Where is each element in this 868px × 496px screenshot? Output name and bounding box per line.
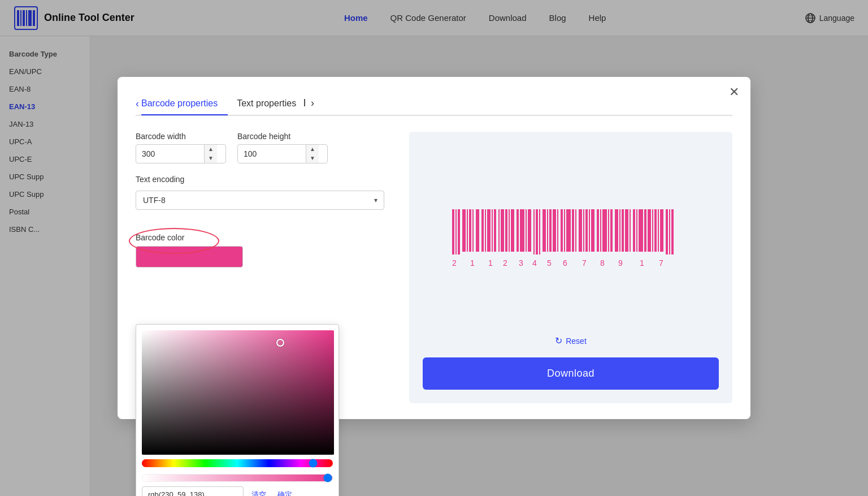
svg-rect-19	[476, 209, 479, 252]
tab-back-button[interactable]: ‹	[136, 98, 139, 110]
svg-text:2: 2	[452, 258, 457, 268]
dimensions-row: Barcode width ▲ ▼ Barcode height	[136, 132, 396, 163]
svg-rect-31	[520, 209, 524, 252]
svg-rect-48	[583, 209, 584, 252]
svg-rect-65	[644, 209, 646, 252]
svg-rect-22	[487, 209, 491, 252]
barcode-width-label: Barcode width	[136, 132, 226, 141]
barcode-svg-wrapper: 2 1 1 2 3 4 5 6 7 8 9 1	[446, 209, 695, 271]
svg-rect-52	[597, 209, 599, 252]
encoding-select[interactable]: UTF-8 ISO-8859-1 ASCII	[136, 191, 384, 210]
svg-rect-23	[492, 209, 493, 252]
svg-rect-47	[579, 209, 582, 252]
svg-rect-56	[610, 209, 613, 252]
width-increment[interactable]: ▲	[205, 145, 217, 154]
svg-rect-29	[511, 209, 514, 252]
encoding-select-wrapper: UTF-8 ISO-8859-1 ASCII ▾	[136, 191, 384, 210]
tab-barcode-properties[interactable]: Barcode properties	[141, 94, 228, 114]
svg-rect-21	[485, 209, 486, 252]
svg-rect-53	[600, 209, 601, 252]
svg-rect-58	[619, 209, 620, 252]
svg-rect-70	[660, 209, 663, 252]
tab-text-properties[interactable]: Text properties I ›	[237, 93, 324, 115]
modal-tabs: ‹ Barcode properties Text properties I ›	[136, 93, 732, 116]
height-increment[interactable]: ▲	[306, 145, 319, 154]
color-picker-popup: 清空 确定	[136, 324, 339, 496]
svg-rect-18	[472, 209, 474, 252]
svg-rect-28	[509, 209, 510, 252]
width-group: Barcode width ▲ ▼	[136, 132, 226, 163]
svg-text:3: 3	[519, 258, 523, 268]
svg-rect-63	[636, 209, 637, 252]
close-button[interactable]: ✕	[729, 86, 739, 98]
barcode-height-input-wrapper: ▲ ▼	[237, 144, 328, 163]
svg-text:1: 1	[488, 258, 493, 268]
barcode-preview-area: 2 1 1 2 3 4 5 6 7 8 9 1	[423, 150, 719, 331]
opacity-slider[interactable]	[142, 474, 333, 482]
svg-rect-32	[526, 209, 527, 252]
svg-rect-46	[575, 209, 576, 252]
barcode-color-label: Barcode color	[136, 233, 184, 242]
height-group: Barcode height ▲ ▼	[237, 132, 328, 163]
svg-rect-69	[658, 209, 659, 252]
svg-rect-40	[553, 209, 556, 252]
color-clear-button[interactable]: 清空	[248, 488, 270, 497]
svg-rect-71	[666, 209, 668, 255]
barcode-width-input-wrapper: ▲ ▼	[136, 144, 226, 163]
width-decrement[interactable]: ▼	[205, 154, 217, 163]
svg-rect-61	[630, 209, 631, 252]
tab-next-button[interactable]: ›	[311, 97, 314, 109]
svg-rect-72	[669, 209, 670, 255]
svg-rect-37	[542, 209, 546, 252]
width-spinner: ▲ ▼	[204, 145, 217, 163]
barcode-preview-svg: 2 1 1 2 3 4 5 6 7 8 9 1	[446, 209, 695, 271]
svg-rect-12	[452, 209, 454, 255]
svg-rect-51	[591, 209, 594, 252]
svg-rect-14	[458, 209, 460, 255]
svg-rect-64	[639, 209, 643, 252]
svg-rect-42	[561, 209, 563, 252]
barcode-height-input[interactable]	[238, 146, 306, 162]
reset-icon: ↻	[555, 335, 562, 346]
color-gradient-area[interactable]	[142, 330, 334, 455]
encoding-label: Text encoding	[136, 175, 396, 184]
barcode-width-input[interactable]	[136, 146, 204, 162]
color-text-input[interactable]	[142, 486, 244, 496]
height-decrement[interactable]: ▼	[306, 154, 319, 163]
svg-rect-17	[469, 209, 471, 252]
color-group: Barcode color	[136, 232, 396, 268]
svg-rect-13	[455, 209, 457, 255]
svg-rect-33	[528, 209, 531, 252]
modal-body: Barcode width ▲ ▼ Barcode height	[136, 132, 732, 403]
color-label-wrapper: Barcode color	[136, 232, 396, 243]
barcode-height-label: Barcode height	[237, 132, 328, 141]
svg-rect-57	[615, 209, 618, 252]
hue-slider[interactable]	[142, 459, 333, 467]
svg-rect-55	[608, 209, 609, 252]
svg-rect-54	[602, 209, 607, 252]
color-swatch[interactable]	[136, 246, 243, 268]
svg-rect-16	[467, 209, 468, 252]
svg-rect-15	[462, 209, 466, 252]
modal-overlay: ✕ ‹ Barcode properties Text properties I…	[0, 0, 868, 496]
color-confirm-button[interactable]: 确定	[274, 488, 296, 497]
svg-rect-60	[625, 209, 628, 252]
svg-rect-49	[585, 209, 588, 252]
reset-button[interactable]: ↻ Reset	[546, 331, 596, 351]
svg-rect-41	[557, 209, 558, 252]
svg-rect-39	[549, 209, 552, 252]
opacity-slider-wrapper	[136, 471, 338, 482]
svg-text:1: 1	[470, 258, 475, 268]
svg-rect-68	[654, 209, 657, 252]
svg-text:5: 5	[547, 258, 552, 268]
svg-text:2: 2	[503, 258, 507, 268]
svg-text:7: 7	[582, 258, 587, 268]
svg-rect-38	[547, 209, 548, 252]
modal-left-panel: Barcode width ▲ ▼ Barcode height	[136, 132, 396, 403]
modal: ✕ ‹ Barcode properties Text properties I…	[118, 77, 750, 419]
barcode-digits: 2 1 1 2 3 4 5 6 7 8 9 1	[452, 258, 663, 268]
svg-text:7: 7	[659, 258, 663, 268]
download-button[interactable]: Download	[423, 357, 719, 390]
svg-text:6: 6	[563, 258, 567, 268]
encoding-group: Text encoding UTF-8 ISO-8859-1 ASCII ▾	[136, 175, 396, 221]
